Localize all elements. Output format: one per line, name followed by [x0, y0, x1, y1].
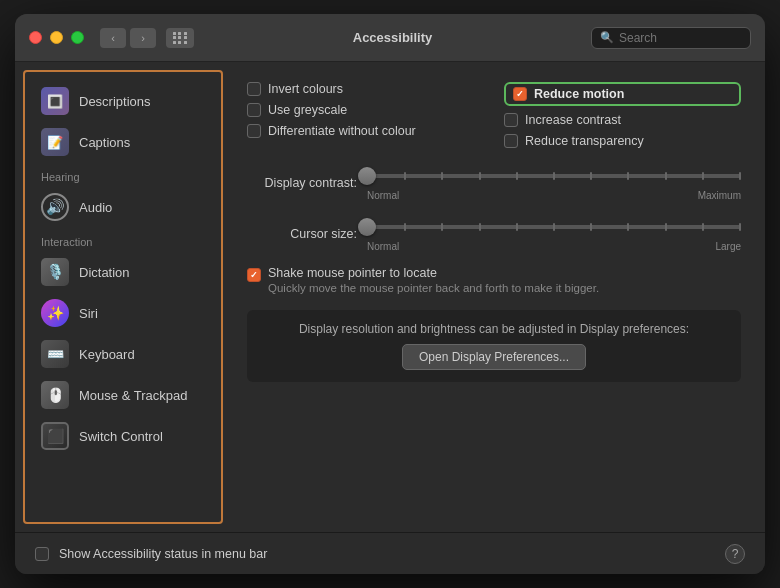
maximize-button[interactable]	[71, 31, 84, 44]
differentiate-checkbox[interactable]	[247, 124, 261, 138]
options-right-col: Reduce motion Increase contrast Reduce t…	[504, 82, 741, 148]
search-bar[interactable]: 🔍	[591, 27, 751, 49]
titlebar: ‹ › Accessibility 🔍	[15, 14, 765, 62]
sidebar-label-captions: Captions	[79, 135, 130, 150]
cursor-size-thumb[interactable]	[358, 218, 376, 236]
reduce-motion-label: Reduce motion	[534, 87, 624, 101]
reduce-motion-checkbox[interactable]	[513, 87, 527, 101]
shake-row: Shake mouse pointer to locate Quickly mo…	[247, 266, 741, 294]
cursor-size-labels: Normal Large	[367, 241, 741, 252]
grid-view-button[interactable]	[166, 28, 194, 48]
window-title: Accessibility	[202, 30, 583, 45]
captions-icon: 📝	[41, 128, 69, 156]
differentiate-row: Differentiate without colour	[247, 124, 484, 138]
switch-icon: ⬛	[41, 422, 69, 450]
display-contrast-row: Display contrast:	[247, 164, 741, 201]
section-hearing: Hearing	[25, 163, 221, 186]
shake-title: Shake mouse pointer to locate	[268, 266, 741, 280]
greyscale-row: Use greyscale	[247, 103, 484, 117]
forward-button[interactable]: ›	[130, 28, 156, 48]
grid-icon	[173, 32, 188, 44]
display-contrast-track	[367, 174, 741, 178]
sidebar-item-siri[interactable]: ✨ Siri	[29, 293, 217, 333]
display-contrast-slider-container	[367, 164, 741, 188]
cursor-size-label: Cursor size:	[247, 227, 357, 241]
sidebar-label-siri: Siri	[79, 306, 98, 321]
cursor-size-track	[367, 225, 741, 229]
cursor-size-normal: Normal	[367, 241, 399, 252]
reduce-transparency-row: Reduce transparency	[504, 134, 741, 148]
display-contrast-max: Maximum	[698, 190, 741, 201]
display-contrast-labels: Normal Maximum	[367, 190, 741, 201]
siri-icon: ✨	[41, 299, 69, 327]
search-input[interactable]	[619, 31, 749, 45]
cursor-size-slider-wrap: Normal Large	[367, 215, 741, 252]
cursor-size-large: Large	[715, 241, 741, 252]
display-contrast-normal: Normal	[367, 190, 399, 201]
options-grid: Invert colours Use greyscale Differentia…	[247, 82, 741, 148]
display-contrast-slider-wrap: Normal Maximum	[367, 164, 741, 201]
increase-contrast-label: Increase contrast	[525, 113, 621, 127]
close-button[interactable]	[29, 31, 42, 44]
sidebar-item-mouse[interactable]: 🖱️ Mouse & Trackpad	[29, 375, 217, 415]
accessibility-window: ‹ › Accessibility 🔍 🔳 Descriptions	[15, 14, 765, 574]
sidebar-label-dictation: Dictation	[79, 265, 130, 280]
search-icon: 🔍	[600, 31, 614, 44]
sidebar-label-descriptions: Descriptions	[79, 94, 151, 109]
reduce-transparency-checkbox[interactable]	[504, 134, 518, 148]
sidebar-item-dictation[interactable]: 🎙️ Dictation	[29, 252, 217, 292]
sidebar-label-audio: Audio	[79, 200, 112, 215]
reduce-motion-row: Reduce motion	[504, 82, 741, 106]
help-icon: ?	[732, 547, 739, 561]
differentiate-label: Differentiate without colour	[268, 124, 416, 138]
shake-desc: Quickly move the mouse pointer back and …	[268, 282, 741, 294]
minimize-button[interactable]	[50, 31, 63, 44]
sidebar-label-mouse: Mouse & Trackpad	[79, 388, 187, 403]
mouse-icon: 🖱️	[41, 381, 69, 409]
invert-checkbox[interactable]	[247, 82, 261, 96]
cursor-tick-marks	[367, 223, 741, 231]
display-pref-text: Display resolution and brightness can be…	[263, 322, 725, 336]
sidebar-item-keyboard[interactable]: ⌨️ Keyboard	[29, 334, 217, 374]
sidebar-label-switch: Switch Control	[79, 429, 163, 444]
sidebar-item-audio[interactable]: 🔊 Audio	[29, 187, 217, 227]
footer-label: Show Accessibility status in menu bar	[59, 547, 715, 561]
contrast-tick-marks	[367, 172, 741, 180]
sidebar-item-descriptions[interactable]: 🔳 Descriptions	[29, 81, 217, 121]
display-contrast-label: Display contrast:	[247, 176, 357, 190]
options-left-col: Invert colours Use greyscale Differentia…	[247, 82, 484, 148]
increase-contrast-row: Increase contrast	[504, 113, 741, 127]
display-contrast-thumb[interactable]	[358, 167, 376, 185]
back-button[interactable]: ‹	[100, 28, 126, 48]
sidebar: 🔳 Descriptions 📝 Captions Hearing 🔊 Audi…	[23, 70, 223, 524]
keyboard-icon: ⌨️	[41, 340, 69, 368]
reduce-transparency-label: Reduce transparency	[525, 134, 644, 148]
shake-text-block: Shake mouse pointer to locate Quickly mo…	[268, 266, 741, 294]
invert-row: Invert colours	[247, 82, 484, 96]
main-content: Invert colours Use greyscale Differentia…	[223, 62, 765, 532]
greyscale-checkbox[interactable]	[247, 103, 261, 117]
help-button[interactable]: ?	[725, 544, 745, 564]
open-display-button[interactable]: Open Display Preferences...	[402, 344, 586, 370]
display-pref-section: Display resolution and brightness can be…	[247, 310, 741, 382]
sidebar-label-keyboard: Keyboard	[79, 347, 135, 362]
footer-checkbox[interactable]	[35, 547, 49, 561]
nav-buttons: ‹ ›	[100, 28, 156, 48]
cursor-size-row: Cursor size:	[247, 215, 741, 252]
dictation-icon: 🎙️	[41, 258, 69, 286]
cursor-size-slider-container	[367, 215, 741, 239]
audio-icon: 🔊	[41, 193, 69, 221]
shake-checkbox[interactable]	[247, 268, 261, 282]
sidebar-item-captions[interactable]: 📝 Captions	[29, 122, 217, 162]
sidebar-item-switch[interactable]: ⬛ Switch Control	[29, 416, 217, 456]
section-interaction: Interaction	[25, 228, 221, 251]
increase-contrast-checkbox[interactable]	[504, 113, 518, 127]
invert-label: Invert colours	[268, 82, 343, 96]
footer: Show Accessibility status in menu bar ?	[15, 532, 765, 574]
greyscale-label: Use greyscale	[268, 103, 347, 117]
content-area: 🔳 Descriptions 📝 Captions Hearing 🔊 Audi…	[15, 62, 765, 532]
descriptions-icon: 🔳	[41, 87, 69, 115]
